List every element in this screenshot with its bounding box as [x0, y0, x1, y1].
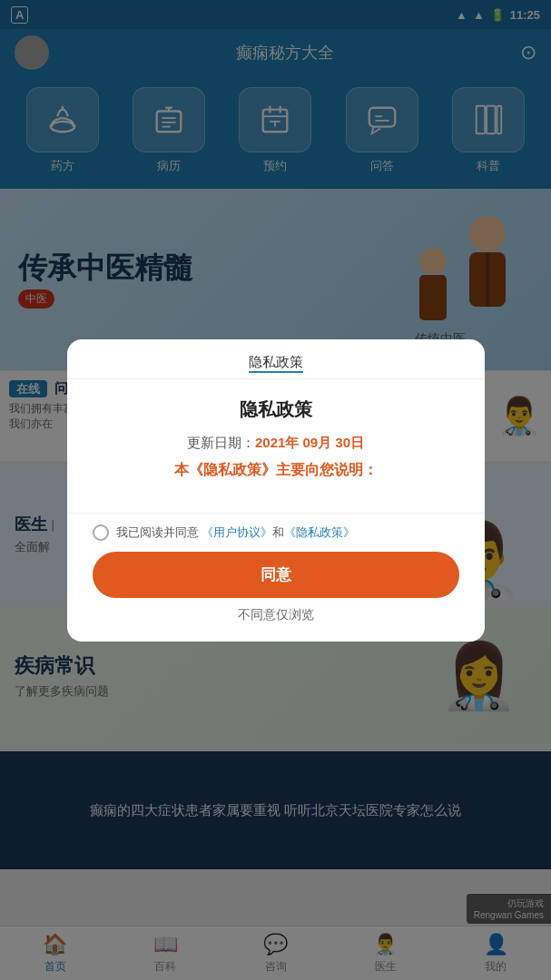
- modal-date: 更新日期：2021年 09月 30日: [93, 435, 459, 452]
- modal-date-value: 2021年 09月 30日: [255, 435, 364, 450]
- modal-tab-label[interactable]: 隐私政策: [249, 354, 303, 373]
- privacy-link[interactable]: 《隐私政策》: [284, 525, 355, 539]
- agree-button[interactable]: 同意: [93, 552, 459, 598]
- modal-footer: 我已阅读并同意 《用户协议》和《隐私政策》 同意 不同意仅浏览: [67, 513, 485, 642]
- agree-text: 我已阅读并同意 《用户协议》和《隐私政策》: [116, 524, 356, 541]
- modal-body: 隐私政策 更新日期：2021年 09月 30日 本《隐私政策》主要向您说明：: [67, 379, 485, 513]
- browse-link[interactable]: 不同意仅浏览: [93, 607, 459, 623]
- privacy-modal: 隐私政策 隐私政策 更新日期：2021年 09月 30日 本《隐私政策》主要向您…: [67, 339, 485, 642]
- modal-title-bar: 隐私政策: [67, 339, 485, 379]
- modal-intro: 本《隐私政策》主要向您说明：: [93, 461, 459, 480]
- user-agreement-link[interactable]: 《用户协议》: [202, 525, 272, 539]
- modal-heading: 隐私政策: [93, 397, 459, 422]
- agree-row: 我已阅读并同意 《用户协议》和《隐私政策》: [93, 524, 459, 541]
- modal-overlay: 隐私政策 隐私政策 更新日期：2021年 09月 30日 本《隐私政策》主要向您…: [0, 0, 551, 980]
- agree-radio[interactable]: [93, 524, 109, 541]
